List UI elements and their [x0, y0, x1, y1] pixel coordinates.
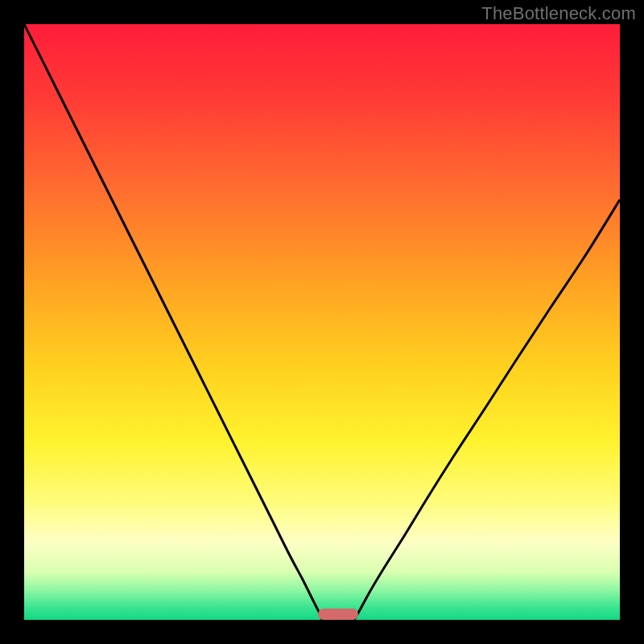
chart-frame: TheBottleneck.com: [0, 0, 644, 644]
watermark-text: TheBottleneck.com: [481, 3, 636, 24]
chart-canvas: [24, 24, 620, 620]
base-marker: [318, 609, 358, 620]
curve-left: [24, 24, 322, 620]
curve-right: [354, 200, 620, 620]
plot-area: [24, 24, 620, 620]
